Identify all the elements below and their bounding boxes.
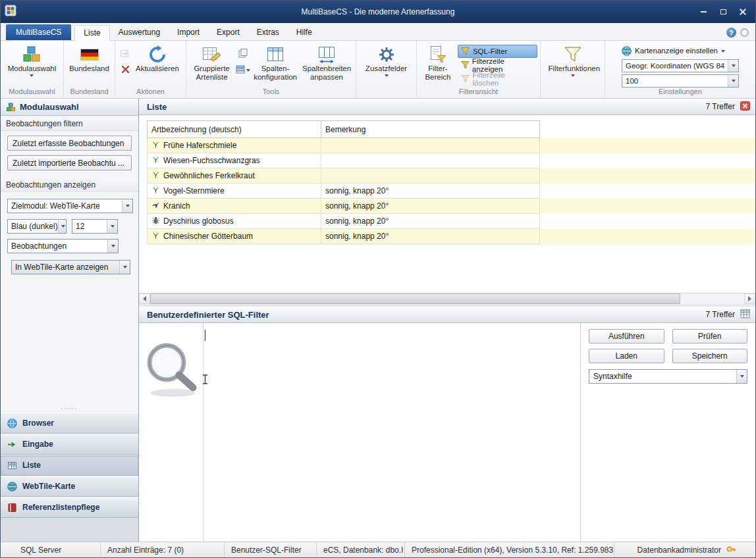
table-row[interactable]: Dyschirius globosus sonnig, knapp 20° xyxy=(147,214,755,229)
column-header-bemerkung[interactable]: Bemerkung xyxy=(321,120,540,138)
aktualisieren-button[interactable]: Aktualisieren xyxy=(134,43,181,74)
tab-export[interactable]: Export xyxy=(208,24,248,40)
copy-button[interactable] xyxy=(236,46,250,60)
chevron-down-icon xyxy=(246,69,250,72)
ribbon-group-tools: Gruppierte Artenliste Spalten-konfig xyxy=(186,41,356,98)
editor-margin-line xyxy=(203,323,203,542)
size-combo[interactable]: 12 xyxy=(72,219,118,234)
close-button[interactable] xyxy=(734,6,751,18)
ausfuehren-button[interactable]: Ausführen xyxy=(589,329,664,343)
sidebar-splitter[interactable]: ····· xyxy=(61,405,78,413)
filterzeile-loeschen-button[interactable]: Filterzeile löschen xyxy=(458,72,537,86)
sql-filter-label: SQL-Filter xyxy=(473,47,507,55)
koordinaten-combo[interactable]: Geogr. Koordinaten (WGS 84 xyxy=(622,59,739,72)
size-value: 12 xyxy=(76,222,84,231)
chevron-down-icon[interactable] xyxy=(107,220,117,233)
scrollbar-track[interactable] xyxy=(680,293,744,304)
species-name: Frühe Haferschmiele xyxy=(163,141,236,150)
zusatzfelder-button[interactable]: Zusatzfelder xyxy=(364,43,409,78)
chevron-down-icon xyxy=(30,74,34,77)
horizontal-scrollbar[interactable] xyxy=(139,293,755,304)
chevron-down-icon[interactable] xyxy=(58,220,67,233)
chevron-down-icon[interactable] xyxy=(107,240,118,253)
laden-button[interactable]: Laden xyxy=(589,349,664,363)
sidebar-item-liste[interactable]: Liste xyxy=(1,455,138,476)
delete-x-icon xyxy=(121,65,130,74)
kartenanzeige-button[interactable]: Kartenanzeige einstellen xyxy=(622,44,739,57)
chevron-down-icon[interactable] xyxy=(119,261,130,274)
import-button[interactable] xyxy=(118,46,132,60)
spaltenbreiten-button[interactable]: Spaltenbreiten anpassen xyxy=(300,43,353,83)
nav-label: Liste xyxy=(22,461,41,470)
scrollbar-thumb[interactable] xyxy=(150,293,680,304)
koordinaten-value: Geogr. Koordinaten (WGS 84 xyxy=(626,62,724,70)
chevron-down-icon[interactable] xyxy=(122,199,132,213)
column-header-artbezeichnung[interactable]: Artbezeichnung (deutsch) xyxy=(147,120,321,138)
plant-icon xyxy=(151,170,160,181)
pruefen-button[interactable]: Prüfen xyxy=(672,329,748,343)
liste-panel: Liste 7 Treffer Artbezeichnung (deutsch)… xyxy=(139,99,755,304)
spaltenkonfiguration-button[interactable]: Spalten-konfiguration xyxy=(252,43,299,83)
import-icon xyxy=(120,48,130,58)
close-filter-icon[interactable] xyxy=(740,101,750,113)
table-row[interactable]: Gewöhnliches Ferkelkraut xyxy=(147,168,755,184)
minimize-button[interactable] xyxy=(695,6,712,18)
sidebar-item-referenzlistenpflege[interactable]: Referenzlistenpflege xyxy=(1,497,138,518)
filter-bereich-button[interactable]: Filter-Bereich xyxy=(419,43,456,83)
zielmodul-combo[interactable]: Zielmodul: WebTile-Karte xyxy=(7,199,133,213)
zoom-combo[interactable]: 100 xyxy=(622,74,739,88)
status-user: Datenbankadministrator xyxy=(614,542,755,557)
species-name: Chinesischer Götterbaum xyxy=(163,232,253,241)
speichern-button[interactable]: Speichern xyxy=(672,349,748,363)
delete-button[interactable] xyxy=(118,63,132,76)
sql-filter-button[interactable]: SQL-Filter xyxy=(458,45,537,58)
layer-value: Beobachtungen xyxy=(11,241,67,251)
tab-import[interactable]: Import xyxy=(169,24,208,40)
table-row[interactable]: Wiesen-Fuchsschwanzgras xyxy=(147,153,755,168)
sidebar-item-eingabe[interactable]: Eingabe xyxy=(1,434,138,455)
chevron-down-icon[interactable] xyxy=(736,370,747,383)
style-icon[interactable] xyxy=(740,28,749,37)
table-icon[interactable] xyxy=(740,309,750,320)
help-icon[interactable]: ? xyxy=(726,28,736,38)
funnel-icon xyxy=(461,47,470,55)
chevron-down-icon[interactable] xyxy=(728,75,738,87)
zuletzt-importierte-button[interactable]: Zuletzt importierte Beobachtu ... xyxy=(7,155,132,170)
filterzeile-anzeigen-button[interactable]: Filterzeile anzeigen xyxy=(458,59,537,72)
sql-actions-pane: Ausführen Prüfen Laden Speichern Syntaxh… xyxy=(580,323,755,542)
group-label: Aktionen xyxy=(118,88,183,97)
table-row[interactable]: Vogel-Sternmiere sonnig, knapp 20° xyxy=(147,184,755,199)
filterfunktionen-button[interactable]: Filterfunktionen xyxy=(547,43,599,78)
table-row[interactable]: Kranich sonnig, knapp 20° xyxy=(147,199,755,214)
sidebar-filler xyxy=(1,518,138,542)
scroll-right-button[interactable] xyxy=(744,293,755,304)
bundesland-button[interactable]: Bundesland xyxy=(67,43,111,74)
tab-extras[interactable]: Extras xyxy=(248,24,288,40)
reference-book-icon xyxy=(7,503,17,513)
tab-liste[interactable]: Liste xyxy=(74,25,109,41)
table-row[interactable]: Chinesischer Götterbaum sonnig, knapp 20… xyxy=(147,229,755,244)
syntaxhilfe-combo[interactable]: Syntaxhilfe xyxy=(589,369,747,384)
tab-hilfe[interactable]: Hilfe xyxy=(288,24,321,40)
restore-button[interactable] xyxy=(715,6,732,18)
file-tab[interactable]: MultiBaseCS xyxy=(6,24,71,40)
gear-icon xyxy=(378,44,395,64)
gruppierte-artenliste-button[interactable]: Gruppierte Artenliste xyxy=(189,43,234,83)
tab-auswertung[interactable]: Auswertung xyxy=(110,24,169,40)
chevron-down-icon[interactable] xyxy=(728,60,738,72)
color-combo[interactable]: Blau (dunkel) xyxy=(7,219,67,234)
zuletzt-erfasste-button[interactable]: Zuletzt erfasste Beobachtungen xyxy=(7,136,132,151)
sql-editor[interactable]: Ausführen Prüfen Laden Speichern Syntaxh… xyxy=(139,323,755,542)
webtile-action-combo[interactable]: In WebTile-Karte anzeigen xyxy=(11,260,130,274)
bemerkung-cell: sonnig, knapp 20° xyxy=(321,184,540,199)
sidebar-item-webtile-karte[interactable]: WebTile-Karte xyxy=(1,476,138,497)
layers-dropdown-button[interactable] xyxy=(236,63,250,76)
filter-bereich-label: Filter-Bereich xyxy=(421,64,454,82)
sidebar-item-browser[interactable]: Browser xyxy=(1,413,138,434)
scroll-left-button[interactable] xyxy=(139,293,150,304)
table-row[interactable]: Frühe Haferschmiele xyxy=(147,138,755,153)
layer-combo[interactable]: Beobachtungen xyxy=(7,239,119,253)
modulauswahl-button[interactable]: Modulauswahl xyxy=(6,43,59,78)
webtile-action-value: In WebTile-Karte anzeigen xyxy=(15,263,108,272)
globe-icon xyxy=(622,46,632,56)
